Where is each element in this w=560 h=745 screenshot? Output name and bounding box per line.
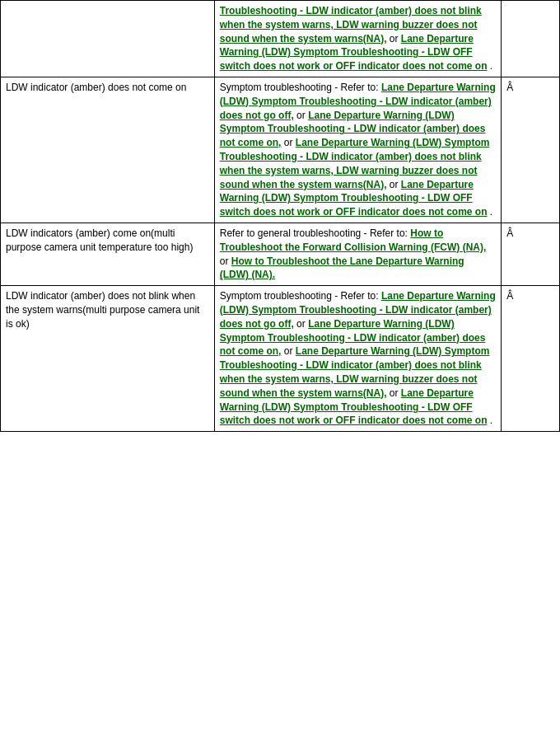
code-text: Â bbox=[506, 290, 513, 302]
period-text: . bbox=[490, 60, 492, 72]
description-cell: Symptom troubleshooting - Refer to: Lane… bbox=[214, 77, 501, 223]
code-text: Â bbox=[506, 227, 513, 239]
code-cell: Â bbox=[502, 77, 560, 223]
prefix-text: Refer to general troubleshooting - Refer… bbox=[220, 227, 410, 239]
table-row: LDW indicators (amber) come on(multi pur… bbox=[1, 223, 560, 285]
link-ldw-na[interactable]: How to Troubleshoot the Lane Departure W… bbox=[220, 255, 464, 281]
table-row: LDW indicator (amber) does not blink whe… bbox=[1, 286, 560, 432]
sep1-r3: or bbox=[296, 318, 308, 330]
description-cell: Troubleshooting - LDW indicator (amber) … bbox=[214, 1, 501, 77]
description-cell: Refer to general troubleshooting - Refer… bbox=[214, 223, 501, 285]
sep1: or bbox=[296, 110, 308, 121]
sep2: or bbox=[284, 137, 296, 148]
symptom-text: LDW indicator (amber) does not come on bbox=[6, 82, 186, 93]
table-row: Troubleshooting - LDW indicator (amber) … bbox=[1, 1, 560, 77]
symptom-cell: LDW indicators (amber) come on(multi pur… bbox=[1, 223, 215, 285]
description-cell: Symptom troubleshooting - Refer to: Lane… bbox=[214, 286, 501, 432]
symptom-cell bbox=[1, 1, 215, 77]
symptom-cell: LDW indicator (amber) does not blink whe… bbox=[1, 286, 215, 432]
period2: . bbox=[490, 206, 492, 218]
separator-text: or bbox=[390, 33, 401, 45]
table-row: LDW indicator (amber) does not come on S… bbox=[1, 77, 560, 223]
sep2-r3: or bbox=[284, 345, 296, 357]
code-cell: Â bbox=[502, 286, 560, 432]
symptom-text: LDW indicators (amber) come on(multi pur… bbox=[6, 227, 193, 253]
code-cell: Â bbox=[502, 223, 560, 285]
sep3-r3: or bbox=[390, 387, 401, 399]
sep3: or bbox=[390, 179, 401, 190]
symptom-text: LDW indicator (amber) does not blink whe… bbox=[6, 290, 199, 330]
code-cell bbox=[502, 1, 560, 77]
symptom-cell: LDW indicator (amber) does not come on bbox=[1, 77, 215, 223]
period-r3: . bbox=[490, 415, 492, 426]
prefix-text: Symptom troubleshooting - Refer to: bbox=[220, 290, 381, 302]
prefix-text: Symptom troubleshooting - Refer to: bbox=[220, 82, 381, 93]
code-text: Â bbox=[506, 82, 513, 93]
sep-or: or bbox=[220, 255, 231, 267]
